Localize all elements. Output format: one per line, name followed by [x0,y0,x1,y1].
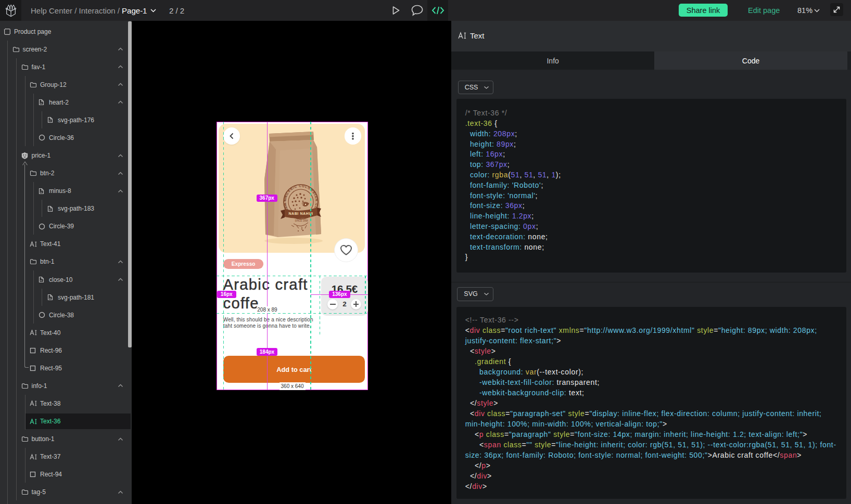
svg-text:SINCE 1958: SINCE 1958 [295,219,308,222]
svg-text:NABI NAHUI: NABI NAHUI [288,212,313,215]
